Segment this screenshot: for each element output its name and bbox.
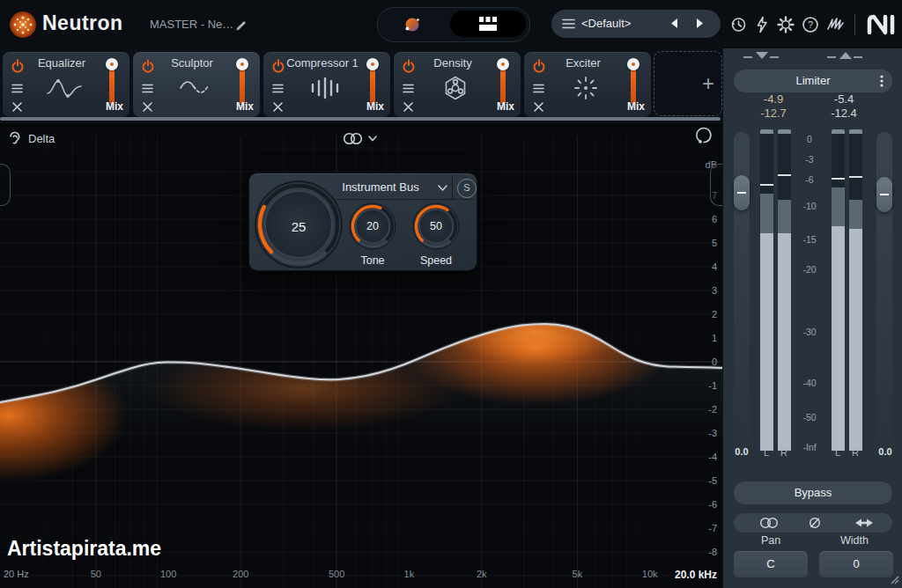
view-toggle[interactable] [377, 7, 530, 42]
module-menu-icon[interactable] [272, 84, 284, 93]
channel-label-r: R [778, 447, 790, 458]
module-tab-density[interactable]: Density Mix [393, 51, 521, 118]
lightning-icon[interactable] [754, 16, 770, 33]
channel-mode-dropdown[interactable] [342, 132, 377, 145]
meter-fill [760, 233, 773, 451]
add-module-tile[interactable]: + [654, 51, 722, 116]
close-icon[interactable] [11, 101, 23, 113]
preset-prev-button[interactable] [669, 18, 678, 29]
close-icon[interactable] [272, 101, 284, 113]
output-gain-value[interactable]: 0.0 [868, 446, 902, 457]
svg-text:200: 200 [233, 569, 248, 579]
peak-hold [778, 174, 791, 176]
svg-text:-4: -4 [708, 452, 717, 462]
meter-scale-label: -20 [792, 264, 827, 275]
close-icon[interactable] [403, 101, 414, 113]
help-icon[interactable]: ? [802, 16, 819, 33]
peak-hold [849, 176, 862, 178]
preset-name: <Default> [581, 17, 631, 30]
clip-indicator [760, 129, 773, 134]
svg-text:10k: 10k [642, 569, 658, 579]
meter-fill [832, 226, 845, 451]
meter-scale-label: -6 [792, 174, 827, 185]
detailed-view-toggle[interactable] [450, 11, 526, 37]
chevron-down-icon[interactable] [438, 185, 447, 192]
module-title: Sculptor [154, 56, 230, 70]
mix-handle[interactable] [366, 58, 379, 70]
delta-toggle[interactable]: Delta [7, 130, 55, 147]
mix-handle[interactable] [627, 58, 640, 70]
collapse-dash [743, 56, 752, 58]
history-icon[interactable] [729, 16, 747, 33]
preset-next-button[interactable] [696, 18, 705, 29]
loop-reset-icon[interactable] [694, 125, 714, 145]
power-icon[interactable] [11, 59, 25, 73]
power-icon[interactable] [141, 59, 155, 73]
width-label: Width [819, 534, 890, 547]
width-arrows-icon[interactable] [855, 517, 873, 529]
collapse-up-icon[interactable] [839, 52, 852, 59]
kebab-menu-icon[interactable] [880, 75, 884, 87]
power-icon[interactable] [271, 59, 285, 73]
input-gain-value[interactable]: 0.0 [724, 446, 759, 457]
channel-label-l: L [760, 447, 773, 458]
ni-logo[interactable] [867, 14, 897, 35]
close-icon[interactable] [142, 101, 153, 113]
density-icon [436, 75, 475, 101]
edit-pencil-icon[interactable] [234, 17, 248, 31]
power-icon[interactable] [532, 59, 546, 73]
output-gain-fader[interactable] [876, 132, 892, 451]
input-gain-fader[interactable] [734, 132, 750, 451]
channel-label-r: R [849, 447, 861, 458]
power-icon[interactable] [402, 59, 416, 73]
module-tab-compressor[interactable]: Compressor 1 Mix [262, 51, 391, 118]
bypass-button[interactable]: Bypass [734, 481, 892, 504]
meter-scale: 0-3-6-10-15-20-30-40-50-Inf [792, 48, 827, 541]
right-edge-handle[interactable] [710, 164, 722, 206]
pan-value[interactable]: C [734, 551, 808, 577]
module-chain-scrollbar[interactable] [0, 117, 721, 121]
phase-invert-icon[interactable] [808, 516, 822, 530]
svg-text:0: 0 [712, 356, 717, 367]
panel-divider [325, 199, 475, 200]
collapse-down-icon[interactable] [756, 52, 768, 59]
add-module-plus[interactable]: + [702, 71, 714, 96]
output-gain-handle[interactable] [876, 177, 892, 212]
collapse-dash [854, 56, 862, 58]
assistant-sphere-icon[interactable] [403, 16, 422, 33]
resize-grip[interactable] [887, 572, 899, 584]
close-icon[interactable] [533, 101, 544, 113]
width-value[interactable]: 0 [819, 551, 893, 577]
channel-label-l: L [832, 447, 844, 458]
amount-knob[interactable] [253, 179, 344, 270]
module-tab-equalizer[interactable]: Equalizer Mix [2, 51, 130, 118]
module-chain-view-icon [477, 15, 499, 33]
output-panel: Limiter -4.9 -12.7 -5.4 -12.4 [722, 48, 902, 588]
solo-button[interactable]: S [457, 179, 477, 198]
scribble-relay-icon[interactable] [826, 16, 845, 33]
module-tab-sculptor[interactable]: Sculptor Mix [132, 51, 261, 118]
mix-handle[interactable] [106, 58, 118, 70]
clip-indicator [778, 129, 791, 134]
mix-handle[interactable] [497, 58, 509, 70]
module-tab-exciter[interactable]: Exciter Mix [523, 51, 652, 118]
speed-knob[interactable] [410, 201, 462, 252]
output-meter-left [832, 129, 845, 451]
module-menu-icon[interactable] [403, 84, 414, 93]
compressor-icon [306, 75, 344, 101]
module-menu-icon[interactable] [142, 84, 153, 93]
delta-label: Delta [28, 132, 55, 145]
module-menu-icon[interactable] [533, 84, 544, 93]
gear-icon[interactable] [777, 16, 795, 33]
preset-selector[interactable]: <Default> [551, 10, 721, 38]
meter-fill [760, 194, 773, 233]
left-edge-handle[interactable] [0, 164, 11, 206]
svg-text:50: 50 [91, 569, 101, 579]
module-menu-icon[interactable] [11, 84, 23, 93]
svg-text:5: 5 [712, 238, 717, 248]
mix-label: Mix [497, 100, 514, 113]
mix-handle[interactable] [236, 58, 248, 70]
tone-knob[interactable] [347, 201, 398, 252]
stereo-icon[interactable] [758, 517, 780, 529]
input-gain-handle[interactable] [734, 175, 750, 210]
